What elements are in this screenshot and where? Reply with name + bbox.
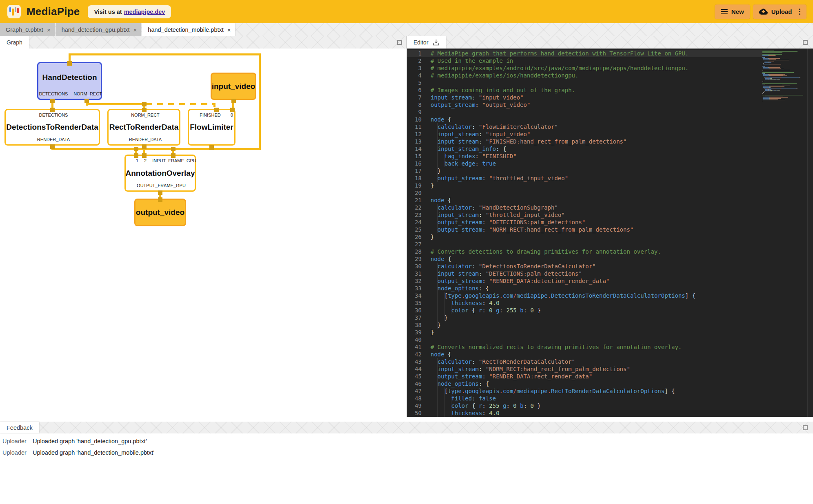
code-line: 32 output_stream: "RENDER_DATA:detection… bbox=[407, 277, 762, 285]
indent-guide bbox=[437, 204, 438, 211]
upload-button[interactable]: Upload bbox=[753, 4, 806, 19]
code-token: true bbox=[482, 160, 496, 167]
code-token: : bbox=[482, 402, 489, 409]
mediapipe-dev-link[interactable]: mediapipe.dev bbox=[124, 9, 165, 15]
code-token: filled bbox=[451, 395, 472, 402]
close-tab-icon[interactable]: × bbox=[47, 27, 51, 33]
graph-expand-icon[interactable] bbox=[397, 40, 402, 45]
graph-node-output_video[interactable]: output_video bbox=[134, 199, 186, 226]
minimap-token bbox=[771, 100, 785, 100]
new-button[interactable]: New bbox=[715, 4, 750, 19]
code-line: 5 bbox=[407, 79, 762, 86]
tab-editor[interactable]: Editor bbox=[407, 36, 446, 49]
code-token: { bbox=[444, 116, 451, 123]
code-token: : bbox=[482, 226, 489, 233]
code-token: : bbox=[472, 395, 479, 402]
code-token: input_stream bbox=[438, 366, 479, 372]
graph-edge-joint bbox=[134, 153, 138, 158]
indent-guide bbox=[451, 409, 451, 417]
editor-scrollbar[interactable] bbox=[807, 49, 813, 417]
graph-canvas[interactable]: HandDetectionDETECTIONSNORM_RECTinput_vi… bbox=[0, 49, 406, 417]
cloud-upload-icon bbox=[759, 9, 768, 15]
code-line: 26} bbox=[407, 233, 762, 241]
code-text: # Used in the example in bbox=[427, 57, 762, 64]
indent-guide bbox=[444, 314, 444, 321]
code-token: : { bbox=[479, 380, 489, 387]
code-text: # mediapipie/examples/ios/handdetectiong… bbox=[427, 72, 762, 79]
indent-guide bbox=[444, 299, 444, 307]
code-token: googleapis bbox=[465, 292, 499, 299]
visit-link-pill[interactable]: Visit us at mediapipe.dev bbox=[88, 5, 171, 18]
graph-node-DetectionsToRenderData[interactable]: DetectionsToRenderDataDETECTIONSRENDER_D… bbox=[4, 109, 100, 146]
code-token: thickness bbox=[451, 300, 482, 306]
download-icon[interactable] bbox=[433, 39, 440, 46]
indent-guide bbox=[444, 153, 444, 160]
port-label: INPUT_FRAME_GPU bbox=[152, 158, 196, 163]
code-editor[interactable]: 1# MediaPipe graph that performs hand de… bbox=[407, 49, 813, 417]
file-tab[interactable]: Graph_0.pbtxt× bbox=[0, 23, 55, 36]
code-token: : { bbox=[496, 146, 506, 152]
indent-guide bbox=[451, 299, 451, 307]
code-token: : bbox=[472, 124, 479, 130]
code-token: { bbox=[469, 307, 479, 314]
code-token: "NORM_RECT:hand_rect_from_palm_detection… bbox=[489, 226, 633, 233]
file-tab[interactable]: hand_detection_mobile.pbtxt× bbox=[142, 23, 235, 36]
graph-node-RectToRenderData[interactable]: RectToRenderDataNORM_RECTRENDER_DATA bbox=[107, 109, 180, 146]
file-tab-label: hand_detection_gpu.pbtxt bbox=[62, 27, 130, 33]
code-token: "throttled_input_video" bbox=[489, 175, 568, 181]
minimap-token bbox=[762, 65, 763, 65]
close-tab-icon[interactable]: × bbox=[133, 27, 137, 33]
kebab-menu-icon[interactable] bbox=[797, 9, 801, 15]
code-token: calculator bbox=[438, 124, 472, 130]
file-tab[interactable]: hand_detection_gpu.pbtxt× bbox=[56, 23, 141, 36]
code-token: g bbox=[503, 402, 506, 409]
indent-guide bbox=[444, 395, 444, 402]
code-text: output_stream: "DETECTIONS:palm_detectio… bbox=[427, 219, 762, 226]
code-token: input_stream bbox=[438, 138, 479, 145]
code-token: "output_video" bbox=[482, 102, 530, 108]
graph-edge-joint bbox=[230, 108, 235, 112]
feedback-expand-icon[interactable] bbox=[803, 425, 808, 430]
code-token: # mediapipie/examples/ios/handdetectiong… bbox=[431, 72, 578, 79]
line-number: 48 bbox=[407, 395, 427, 402]
code-token: com bbox=[503, 388, 513, 394]
code-token: back_edge bbox=[444, 160, 475, 167]
graph-edge bbox=[51, 148, 261, 150]
code-line: 46 node_options: { bbox=[407, 380, 762, 387]
graph-node-HandDetection[interactable]: HandDetectionDETECTIONSNORM_RECT bbox=[37, 62, 102, 100]
feedback-message: Uploaded graph 'hand_detection_gpu.pbtxt… bbox=[29, 438, 147, 444]
code-token: "RENDER_DATA:detection_render_data" bbox=[489, 278, 609, 284]
line-number: 46 bbox=[407, 380, 427, 387]
code-text: input_stream: "input_video" bbox=[427, 94, 762, 101]
editor-expand-icon[interactable] bbox=[803, 40, 808, 45]
code-token: 0 bbox=[531, 402, 534, 409]
code-text bbox=[427, 108, 762, 116]
line-number: 30 bbox=[407, 263, 427, 270]
line-number: 5 bbox=[407, 79, 427, 86]
graph-node-AnnotationOverlay[interactable]: AnnotationOverlay12INPUT_FRAME_GPUOUTPUT… bbox=[124, 155, 196, 192]
code-line: 24 output_stream: "DETECTIONS:palm_detec… bbox=[407, 219, 762, 226]
minimap-token bbox=[764, 80, 765, 80]
line-number: 34 bbox=[407, 292, 427, 299]
minimap[interactable] bbox=[762, 50, 806, 102]
indent-guide bbox=[437, 211, 438, 219]
minimap-token bbox=[775, 77, 780, 78]
graph-node-input_video[interactable]: input_video bbox=[211, 73, 256, 100]
code-token: } bbox=[438, 322, 441, 328]
minimap-line bbox=[762, 101, 806, 101]
line-number: 45 bbox=[407, 373, 427, 380]
graph-node-FlowLimiter[interactable]: FlowLimiterFINISHED0 bbox=[188, 109, 235, 146]
code-token: [ bbox=[444, 388, 448, 394]
tab-graph[interactable]: Graph bbox=[0, 36, 29, 49]
code-token: node_options bbox=[438, 380, 479, 387]
code-token: : bbox=[506, 402, 513, 409]
indent-guide bbox=[437, 270, 438, 277]
indent-guide bbox=[444, 409, 444, 417]
editor-panel: Editor 1# MediaPipe graph that performs … bbox=[406, 36, 813, 417]
feedback-tab-label: Feedback bbox=[7, 424, 33, 431]
indent-guide bbox=[444, 402, 444, 409]
graph-panel: Graph HandDetectionDETECTIONSNORM_RECTin… bbox=[0, 36, 406, 417]
tab-feedback[interactable]: Feedback bbox=[0, 422, 39, 433]
graph-edge-joint bbox=[142, 102, 147, 106]
close-tab-icon[interactable]: × bbox=[227, 27, 231, 33]
